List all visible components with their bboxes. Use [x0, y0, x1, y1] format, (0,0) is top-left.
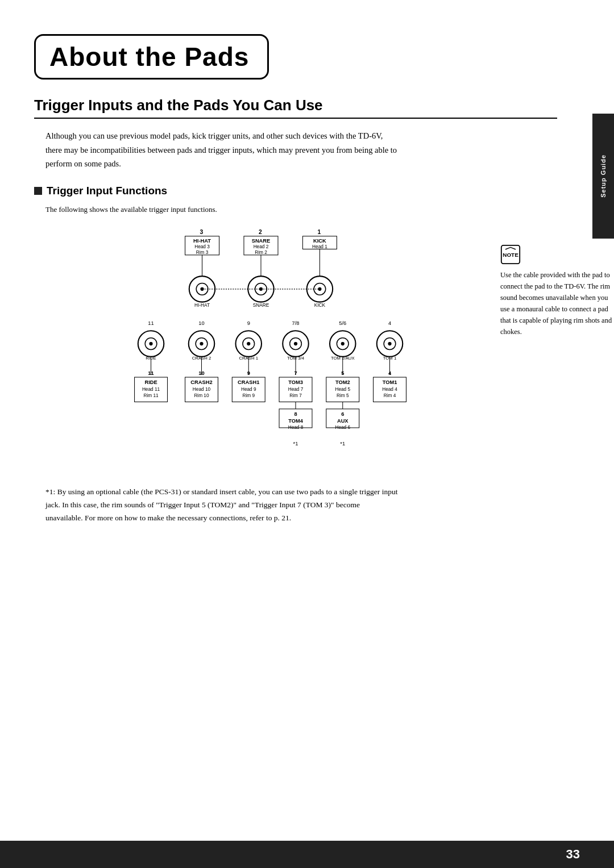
svg-text:CRASH2: CRASH2 — [190, 379, 212, 385]
page-number: 33 — [566, 847, 580, 862]
svg-text:HI-HAT: HI-HAT — [193, 238, 211, 244]
page-container: Setup Guide 33 About the Pads Trigger In… — [0, 0, 614, 868]
trigger-hihat: 3 HI-HAT Head 3 Rim 3 HI-HAT — [185, 229, 219, 308]
sidebar-tab-label: Setup Guide — [600, 155, 607, 198]
svg-text:7/8: 7/8 — [292, 320, 300, 326]
main-content: About the Pads Trigger Inputs and the Pa… — [0, 0, 614, 570]
svg-text:Rim 2: Rim 2 — [255, 250, 267, 255]
svg-text:Rim 5: Rim 5 — [337, 393, 349, 398]
trigger-crash1: 9 CRASH 1 9 CRASH1 Head 9 Rim 9 — [232, 320, 265, 402]
svg-text:Rim 7: Rim 7 — [289, 393, 302, 398]
trigger-kick: 1 KICK Head 1 KICK — [302, 229, 337, 308]
trigger-tom1: 4 TOM 1 4 TOM1 Head 4 Rim 4 — [374, 320, 406, 402]
footnote-star: *1: — [45, 487, 55, 496]
svg-text:TOM1: TOM1 — [383, 379, 397, 385]
note-title: NOTE — [500, 244, 614, 265]
svg-text:TOM2: TOM2 — [335, 379, 350, 385]
svg-text:Head 1: Head 1 — [312, 244, 327, 249]
svg-text:SNARE: SNARE — [252, 238, 271, 244]
svg-text:5/6: 5/6 — [339, 320, 346, 326]
svg-text:4: 4 — [388, 320, 391, 326]
svg-text:Head 2: Head 2 — [254, 244, 269, 249]
svg-text:*1: *1 — [293, 441, 298, 446]
trigger-ride: 11 RIDE 11 RIDE Head 11 Rim 11 — [135, 320, 168, 402]
trigger-aux: 6 AUX Head 6 *1 — [326, 402, 359, 446]
bottom-bar: 33 — [0, 841, 614, 868]
trigger-tom2: 5/6 TOM 2/AUX 5 TOM2 Head 5 Rim 5 — [326, 320, 359, 402]
svg-text:Head 4: Head 4 — [382, 387, 397, 392]
svg-text:Head 9: Head 9 — [241, 387, 256, 392]
svg-point-56 — [247, 342, 250, 345]
note-icon: NOTE — [500, 244, 521, 265]
page-title: About the Pads — [49, 41, 249, 72]
svg-point-89 — [388, 342, 391, 345]
svg-text:CRASH1: CRASH1 — [238, 379, 259, 385]
svg-point-67 — [294, 342, 297, 345]
svg-text:AUX: AUX — [337, 418, 349, 424]
note-text: Use the cable provided with the pad to c… — [500, 269, 614, 337]
svg-text:TOM4: TOM4 — [288, 418, 303, 424]
section-heading: Trigger Inputs and the Pads You Can Use — [34, 97, 557, 119]
svg-point-34 — [149, 342, 152, 345]
diagram-caption: The following shows the available trigge… — [34, 205, 557, 214]
trigger-tom3: 7/8 TOM 3/4 7 TOM3 Head 7 Rim 7 — [279, 320, 312, 402]
footnote-text: By using an optional cable (the PCS-31) … — [45, 487, 397, 522]
trigger-tom4: 8 TOM4 Head 8 *1 — [279, 402, 312, 446]
svg-text:*1: *1 — [340, 441, 345, 446]
svg-text:TOM3: TOM3 — [288, 379, 303, 385]
svg-text:10: 10 — [198, 320, 204, 326]
svg-text:2: 2 — [259, 229, 262, 235]
svg-text:Rim 11: Rim 11 — [143, 393, 159, 398]
svg-text:11: 11 — [148, 320, 154, 326]
sub-section-heading: Trigger Input Functions — [34, 185, 557, 197]
svg-text:NOTE: NOTE — [503, 252, 518, 258]
body-text: Although you can use previous model pads… — [34, 129, 398, 171]
svg-text:Rim 10: Rim 10 — [194, 393, 209, 398]
svg-text:3: 3 — [200, 229, 204, 235]
svg-text:1: 1 — [318, 229, 321, 235]
svg-point-45 — [200, 342, 203, 345]
footnote: *1: By using an optional cable (the PCS-… — [34, 486, 398, 525]
sub-section-heading-text: Trigger Input Functions — [47, 185, 167, 197]
svg-text:Head 10: Head 10 — [193, 387, 211, 392]
trigger-crash2: 10 CRASH 2 10 CRASH2 Head 10 Rim 10 — [185, 320, 218, 402]
diagram-svg: 3 HI-HAT Head 3 Rim 3 HI-HAT 2 — [125, 223, 466, 470]
note-box: NOTE Use the cable provided with the pad… — [500, 244, 614, 337]
svg-text:Head 8: Head 8 — [288, 425, 304, 430]
svg-text:RIDE: RIDE — [144, 379, 157, 385]
svg-text:6: 6 — [341, 411, 344, 417]
svg-point-78 — [341, 342, 345, 345]
svg-text:Head 6: Head 6 — [335, 425, 350, 430]
svg-text:9: 9 — [247, 320, 250, 326]
svg-text:Rim 4: Rim 4 — [384, 393, 396, 398]
svg-text:KICK: KICK — [313, 238, 326, 244]
svg-text:Head 5: Head 5 — [335, 387, 350, 392]
svg-text:SNARE: SNARE — [253, 303, 269, 308]
trigger-snare: 2 SNARE Head 2 Rim 2 SNARE — [244, 229, 278, 308]
svg-text:Rim 3: Rim 3 — [196, 250, 209, 255]
sidebar-tab: Setup Guide — [592, 114, 614, 239]
svg-text:Head 11: Head 11 — [142, 387, 160, 392]
svg-text:Rim 9: Rim 9 — [242, 393, 255, 398]
svg-text:Head 3: Head 3 — [194, 244, 210, 249]
svg-text:KICK: KICK — [314, 303, 326, 308]
svg-text:HI-HAT: HI-HAT — [194, 303, 210, 308]
svg-text:Head 7: Head 7 — [288, 387, 304, 392]
svg-text:8: 8 — [294, 411, 297, 417]
title-box: About the Pads — [34, 34, 269, 80]
diagram-container: 3 HI-HAT Head 3 Rim 3 HI-HAT 2 — [125, 223, 466, 472]
